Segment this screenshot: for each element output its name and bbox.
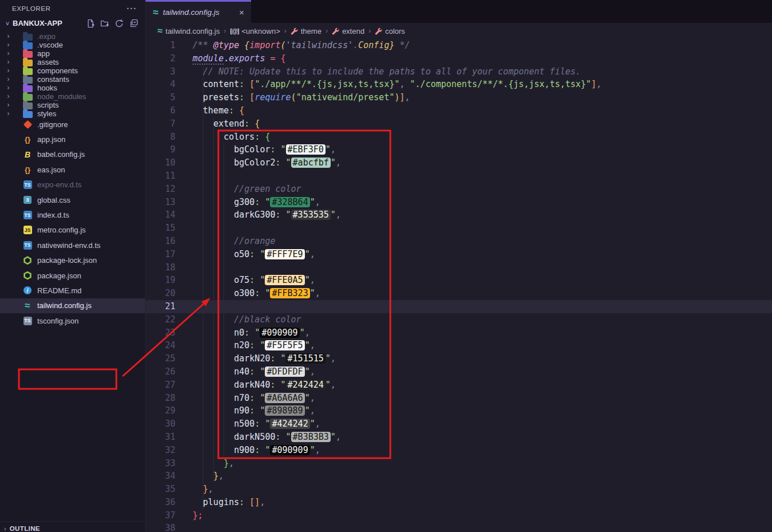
breadcrumb-item-colors[interactable]: colors (375, 27, 405, 36)
code-line-28[interactable]: 28 n70: "#A6A6A6", (146, 392, 772, 405)
module-icon: [@] (230, 27, 238, 34)
tree-item-app[interactable]: ›app (0, 50, 10, 57)
code-line-24[interactable]: 24 n20: "#F5F5F5", (146, 339, 772, 352)
code-line-13[interactable]: 13 g300: "#328B64", (146, 196, 772, 209)
tree-item-styles[interactable]: ›styles (0, 110, 10, 117)
code-line-38[interactable]: 38 (146, 522, 772, 532)
chevron-right-icon[interactable]: › (4, 109, 13, 117)
code-line-25[interactable]: 25 darkN20: "#151515", (146, 352, 772, 365)
code-line-31[interactable]: 31 darkN500: "#B3B3B3", (146, 431, 772, 444)
tab-tailwind-config[interactable]: ≈ tailwind.config.js × (146, 0, 251, 23)
tree-item-app.json[interactable]: ›{}app.json (0, 132, 145, 147)
outline-section-header[interactable]: › OUTLINE (0, 521, 145, 532)
code-line-33[interactable]: 33 }, (146, 457, 772, 470)
chevron-right-icon: › (369, 27, 371, 35)
code-line-8[interactable]: 8 colors: { (146, 131, 772, 144)
tree-item-.vscode[interactable]: ›.vscode (0, 41, 10, 48)
code-editor[interactable]: 1/** @type {import('tailwindcss'.Config}… (146, 39, 772, 532)
tree-item-package-lock.json[interactable]: ›package-lock.json (0, 253, 145, 268)
code-line-36[interactable]: 36 plugins: [], (146, 496, 772, 509)
code-line-1[interactable]: 1/** @type {import('tailwindcss'.Config}… (146, 39, 772, 52)
code-line-35[interactable]: 35 }, (146, 483, 772, 496)
collapse-all-icon[interactable] (129, 19, 138, 28)
more-actions-icon[interactable]: ··· (127, 6, 137, 11)
ts-icon: TS (22, 180, 33, 190)
close-icon[interactable]: × (238, 7, 245, 17)
code-line-9[interactable]: 9 bgColor: "#EBF3F0", (146, 143, 772, 156)
code-line-27[interactable]: 27 darkN40: "#242424", (146, 379, 772, 392)
tree-item-hooks[interactable]: ›hooks (0, 84, 10, 91)
color-swatch: #151515 (286, 353, 326, 364)
breadcrumb-item-unknown[interactable]: [@]<unknown> (230, 27, 280, 36)
project-root-row[interactable]: ∨ BANKUX-APP (0, 15, 145, 31)
breadcrumb-item-extend[interactable]: extend (332, 27, 365, 36)
code-line-3[interactable]: 3 // NOTE: Update this to include the pa… (146, 65, 772, 78)
tree-item-assets[interactable]: ›assets (0, 58, 10, 65)
code-line-32[interactable]: 32 n900: "#090909", (146, 444, 772, 457)
line-number: 29 (146, 404, 175, 417)
code-line-14[interactable]: 14 darkG300: "#353535", (146, 208, 772, 222)
chevron-right-icon[interactable]: › (4, 84, 13, 92)
tree-item-constants[interactable]: ›constants (0, 76, 10, 82)
line-number: 15 (146, 222, 175, 235)
code-line-18[interactable]: 18 (146, 261, 772, 274)
chevron-right-icon[interactable]: › (4, 49, 13, 57)
tree-item-global.css[interactable]: ›3global.css (0, 192, 145, 207)
chevron-right-icon[interactable]: › (4, 32, 13, 40)
refresh-icon[interactable] (115, 19, 124, 28)
chevron-down-icon[interactable]: ∨ (3, 20, 12, 27)
tree-item-tailwind.config.js[interactable]: ›≈tailwind.config.js (0, 298, 145, 313)
tree-item-eas.json[interactable]: ›{}eas.json (0, 162, 145, 177)
tree-item-components[interactable]: ›components (0, 67, 10, 74)
chevron-right-icon[interactable]: › (4, 75, 13, 83)
code-line-12[interactable]: 12 //green color (146, 183, 772, 196)
breadcrumb-item-tailwind.config.js[interactable]: ≈tailwind.config.js (158, 27, 220, 36)
code-line-29[interactable]: 29 n90: "#898989", (146, 404, 772, 417)
code-line-30[interactable]: 30 n500: "#424242", (146, 417, 772, 431)
code-line-7[interactable]: 7 extend: { (146, 117, 772, 131)
breadcrumb-item-theme[interactable]: theme (291, 27, 322, 36)
tree-item-metro.config.js[interactable]: ›JSmetro.config.js (0, 223, 145, 238)
tree-item-label: .vscode (37, 41, 63, 49)
code-line-19[interactable]: 19 o75: "#FFE0A5", (146, 274, 772, 287)
tree-item-.expo[interactable]: ›.expo (0, 33, 10, 40)
code-line-20[interactable]: 20 o300: "#FFB323", (146, 287, 772, 300)
tree-item-expo-env.d.ts[interactable]: ›TSexpo-env.d.ts (0, 178, 145, 192)
tree-item-label: node_modules (37, 92, 86, 101)
code-line-37[interactable]: 37}; (146, 509, 772, 522)
chevron-right-icon[interactable]: › (4, 92, 13, 100)
code-line-10[interactable]: 10 bgColor2: "#abcfbf", (146, 156, 772, 170)
tree-item-node_modules[interactable]: ›node_modules (0, 93, 10, 100)
code-line-17[interactable]: 17 o50: "#FFF7E9", (146, 248, 772, 261)
color-swatch: #090909 (270, 445, 309, 455)
line-number: 33 (146, 457, 175, 470)
tree-item-package.json[interactable]: ›package.json (0, 268, 145, 283)
code-line-26[interactable]: 26 n40: "#DFDFDF", (146, 365, 772, 379)
code-line-34[interactable]: 34 }, (146, 470, 772, 483)
tree-item-index.d.ts[interactable]: ›TSindex.d.ts (0, 207, 145, 222)
tree-item-nativewind-env.d.ts[interactable]: ›TSnativewind-env.d.ts (0, 238, 145, 253)
tree-item-.gitignore[interactable]: ›.gitignore (0, 117, 145, 132)
code-line-5[interactable]: 5 presets: [require("nativewind/preset")… (146, 91, 772, 104)
breadcrumb-label: extend (342, 27, 365, 36)
new-file-icon[interactable] (86, 19, 95, 28)
code-line-11[interactable]: 11 (146, 170, 772, 183)
code-line-6[interactable]: 6 theme: { (146, 104, 772, 117)
tree-item-README.md[interactable]: ›iREADME.md (0, 283, 145, 298)
code-line-16[interactable]: 16 //orange (146, 235, 772, 248)
tree-item-babel.config.js[interactable]: ›Bbabel.config.js (0, 147, 145, 162)
chevron-right-icon[interactable]: › (4, 101, 13, 109)
chevron-right-icon[interactable]: › (4, 66, 13, 74)
code-line-23[interactable]: 23 n0: "#090909", (146, 326, 772, 340)
tree-item-label: global.css (37, 196, 70, 204)
code-line-15[interactable]: 15 (146, 222, 772, 235)
code-line-22[interactable]: 22 //black color (146, 313, 772, 326)
code-line-4[interactable]: 4 content: ["./app/**/*.{js,jsx,ts,tsx}"… (146, 78, 772, 91)
tree-item-tsconfig.json[interactable]: ›TStsconfig.json (0, 313, 145, 328)
chevron-right-icon[interactable]: › (4, 41, 13, 49)
code-line-2[interactable]: 2module.exports = { (146, 52, 772, 65)
code-line-21[interactable]: 21 (146, 300, 772, 313)
new-folder-icon[interactable] (100, 19, 109, 28)
tree-item-scripts[interactable]: ›scripts (0, 101, 10, 108)
chevron-right-icon[interactable]: › (4, 58, 13, 66)
